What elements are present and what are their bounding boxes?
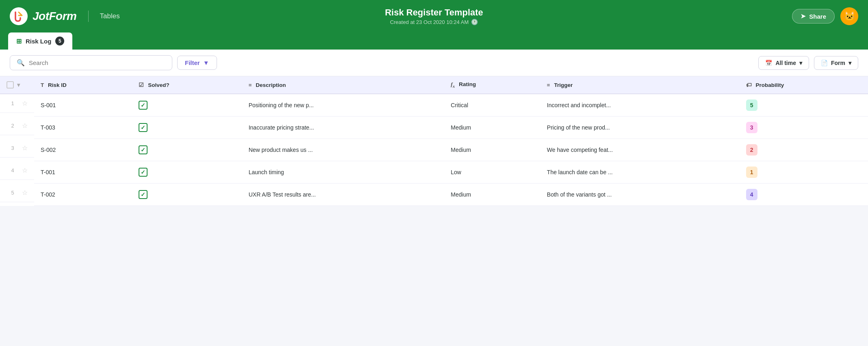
- row-meta-4: 5 ☆: [0, 184, 34, 202]
- alltime-chevron-icon: ▾: [799, 60, 802, 66]
- logo-area: JotForm Tables: [10, 7, 120, 25]
- cell-trigger-4: Both of the variants got ...: [540, 184, 740, 206]
- header-risk-id: T Risk ID: [34, 76, 132, 94]
- row-number-4: 5: [7, 190, 19, 196]
- solved-checkbox-2[interactable]: ✓: [139, 145, 148, 154]
- logo-divider: [88, 11, 89, 22]
- cell-risk-id-4: T-002: [34, 184, 132, 206]
- alltime-dropdown[interactable]: 📅 All time ▾: [758, 56, 809, 70]
- calendar-icon: 📅: [765, 60, 772, 66]
- header-title: Risk Register Template: [385, 7, 483, 18]
- probability-badge-2: 2: [746, 144, 757, 156]
- cell-solved-3: ✓: [132, 161, 242, 184]
- star-button-2[interactable]: ☆: [22, 144, 28, 152]
- cell-description-2: New product makes us ...: [242, 139, 445, 161]
- row-number-3: 4: [7, 167, 19, 173]
- alltime-label: All time: [775, 60, 796, 66]
- col-risk-id-label: Risk ID: [48, 82, 67, 88]
- star-button-1[interactable]: ☆: [22, 122, 28, 130]
- solved-checkbox-1[interactable]: ✓: [139, 123, 148, 132]
- col-description-label: Description: [256, 82, 286, 88]
- cell-rating-4: Medium: [444, 184, 540, 206]
- probability-badge-3: 1: [746, 167, 757, 178]
- solved-checkbox-0[interactable]: ✓: [139, 101, 148, 110]
- row-meta-3: 4 ☆: [0, 161, 34, 180]
- filter-button[interactable]: Filter ▼: [177, 56, 217, 70]
- header-sort-icon[interactable]: ▾: [17, 82, 20, 88]
- cell-description-1: Inaccurate pricing strate...: [242, 117, 445, 139]
- table-row: 3 ☆ S-002 ✓ New product makes us ... Med…: [0, 139, 868, 161]
- cell-trigger-1: Pricing of the new prod...: [540, 117, 740, 139]
- cell-risk-id-2: S-002: [34, 139, 132, 161]
- col-rating-label: Rating: [459, 81, 476, 87]
- col-probability-label: Probability: [755, 82, 784, 88]
- cell-description-3: Launch timing: [242, 161, 445, 184]
- header-checkbox-col: ▾: [0, 76, 34, 94]
- description-type-icon: ≡: [249, 82, 252, 88]
- cell-trigger-3: The launch date can be ...: [540, 161, 740, 184]
- cell-description-4: UXR A/B Test results are...: [242, 184, 445, 206]
- cell-rating-2: Medium: [444, 139, 540, 161]
- row-number-2: 3: [7, 145, 19, 151]
- tab-bar: ⊞ Risk Log 5: [0, 32, 868, 50]
- cell-probability-1: 3: [740, 117, 868, 139]
- subtitle-text: Created at 23 Oct 2020 10:24 AM: [390, 19, 469, 25]
- header-right: ➤ Share 🐱: [792, 7, 858, 25]
- cell-probability-4: 4: [740, 184, 868, 206]
- risk-table: ▾ T Risk ID ☑ Solved? ≡ Description fx: [0, 76, 868, 206]
- search-box[interactable]: 🔍: [10, 55, 172, 70]
- probability-tag-icon: 🏷: [746, 82, 752, 88]
- cell-trigger-0: Incorrect and incomplet...: [540, 94, 740, 117]
- search-input[interactable]: [29, 59, 165, 66]
- risk-id-type-icon: T: [41, 82, 44, 88]
- cell-description-0: Positioning of the new p...: [242, 94, 445, 117]
- cell-risk-id-3: T-001: [34, 161, 132, 184]
- svg-point-0: [10, 7, 28, 25]
- star-button-3[interactable]: ☆: [22, 167, 28, 174]
- solved-check-icon: ☑: [139, 82, 144, 88]
- toolbar: 🔍 Filter ▼ 📅 All time ▾ 📄 Form ▾: [0, 50, 868, 76]
- solved-checkbox-4[interactable]: ✓: [139, 190, 148, 199]
- toolbar-right: 📅 All time ▾ 📄 Form ▾: [758, 56, 858, 70]
- cell-probability-3: 1: [740, 161, 868, 184]
- table-header-row: ▾ T Risk ID ☑ Solved? ≡ Description fx: [0, 76, 868, 94]
- probability-badge-1: 3: [746, 122, 757, 133]
- form-chevron-icon: ▾: [848, 60, 851, 66]
- filter-icon: ▼: [203, 59, 209, 66]
- cell-trigger-2: We have competing feat...: [540, 139, 740, 161]
- row-meta-1: 2 ☆: [0, 117, 34, 135]
- header-trigger: ≡ Trigger: [540, 76, 740, 94]
- table-row: 4 ☆ T-001 ✓ Launch timing Low The launch…: [0, 161, 868, 184]
- row-number-1: 2: [7, 123, 19, 129]
- cell-probability-0: 5: [740, 94, 868, 117]
- header: JotForm Tables Risk Register Template Cr…: [0, 0, 868, 32]
- star-button-0[interactable]: ☆: [22, 99, 28, 107]
- header-checkbox[interactable]: [7, 81, 14, 89]
- solved-checkbox-3[interactable]: ✓: [139, 168, 148, 177]
- row-meta-0: 1 ☆: [0, 94, 34, 113]
- cell-rating-1: Medium: [444, 117, 540, 139]
- header-rating: fx Rating: [444, 76, 540, 94]
- table-row: 2 ☆ T-003 ✓ Inaccurate pricing strate...…: [0, 117, 868, 139]
- cell-solved-1: ✓: [132, 117, 242, 139]
- header-center: Risk Register Template Created at 23 Oct…: [385, 7, 483, 25]
- col-trigger-label: Trigger: [554, 82, 573, 88]
- tab-label: Risk Log: [26, 38, 51, 45]
- tab-badge: 5: [55, 37, 64, 45]
- risk-log-tab[interactable]: ⊞ Risk Log 5: [8, 32, 72, 50]
- table-row: 5 ☆ T-002 ✓ UXR A/B Test results are... …: [0, 184, 868, 206]
- tab-grid-icon: ⊞: [16, 37, 22, 45]
- table-wrapper: ▾ T Risk ID ☑ Solved? ≡ Description fx: [0, 76, 868, 206]
- header-description: ≡ Description: [242, 76, 445, 94]
- probability-badge-0: 5: [746, 99, 757, 111]
- star-button-4[interactable]: ☆: [22, 189, 28, 197]
- form-dropdown[interactable]: 📄 Form ▾: [814, 56, 858, 70]
- filter-label: Filter: [185, 59, 200, 66]
- col-solved-label: Solved?: [148, 82, 169, 88]
- share-arrow-icon: ➤: [801, 13, 806, 20]
- cell-solved-4: ✓: [132, 184, 242, 206]
- jotform-logo-icon: [10, 7, 28, 25]
- probability-badge-4: 4: [746, 189, 757, 200]
- cell-rating-3: Low: [444, 161, 540, 184]
- share-button[interactable]: ➤ Share: [792, 9, 835, 24]
